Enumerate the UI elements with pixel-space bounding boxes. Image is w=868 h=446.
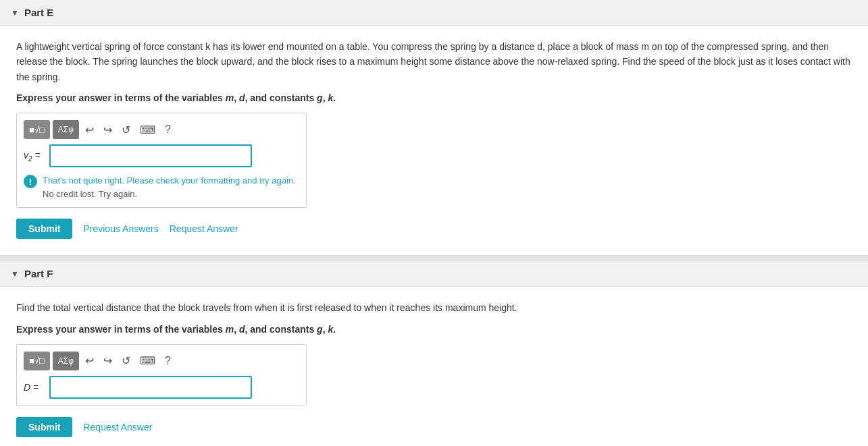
- redo-button-f[interactable]: ↪: [100, 353, 116, 368]
- part-e-submit-button[interactable]: Submit: [16, 219, 72, 239]
- part-e-error-main: That's not quite right. Please check you…: [43, 175, 296, 186]
- error-icon: !: [24, 175, 37, 188]
- part-e-action-row: Submit Previous Answers Request Answer: [16, 219, 852, 239]
- part-e-express-text: Express your answer in terms of the vari…: [16, 92, 852, 103]
- part-f-math-label: D =: [24, 382, 44, 393]
- greek-button-f[interactable]: ΑΣφ: [53, 352, 79, 370]
- part-f-header[interactable]: ▼ Part F: [0, 261, 868, 287]
- keyboard-button-f[interactable]: ⌨: [136, 353, 159, 368]
- part-f-action-row: Submit Request Answer: [16, 417, 852, 437]
- formula-button-f[interactable]: ■√□: [24, 352, 50, 370]
- section-separator: [0, 256, 868, 261]
- reload-button[interactable]: ↺: [118, 122, 134, 138]
- part-e-math-label: v2 =: [24, 150, 44, 163]
- part-f-math-input[interactable]: [49, 376, 252, 399]
- part-e-error-box: ! That's not quite right. Please check y…: [24, 174, 299, 200]
- part-f-title: Part F: [24, 268, 53, 279]
- undo-button-f[interactable]: ↩: [82, 353, 97, 368]
- part-e-toolbar: ■√□ ΑΣφ ↩ ↪ ↺ ⌨ ?: [24, 120, 299, 139]
- part-f-problem-text: Find the total vertical distance that th…: [16, 300, 852, 315]
- reload-button-f[interactable]: ↺: [118, 353, 134, 368]
- part-e-problem-text: A lightweight vertical spring of force c…: [16, 39, 852, 84]
- part-e-header[interactable]: ▼ Part E: [0, 0, 868, 26]
- part-f-body: Find the total vertical distance that th…: [0, 287, 868, 446]
- part-f-section: ▼ Part F Find the total vertical distanc…: [0, 261, 868, 446]
- chevron-down-icon-f: ▼: [11, 269, 19, 279]
- chevron-down-icon: ▼: [11, 8, 19, 18]
- part-f-request-answer-link[interactable]: Request Answer: [83, 422, 152, 433]
- part-f-input-box: ■√□ ΑΣφ ↩ ↪ ↺ ⌨ ? D =: [16, 344, 307, 406]
- keyboard-button[interactable]: ⌨: [136, 122, 159, 138]
- greek-button[interactable]: ΑΣφ: [53, 120, 79, 139]
- part-f-submit-button[interactable]: Submit: [16, 417, 72, 437]
- part-e-previous-answers-link[interactable]: Previous Answers: [83, 223, 158, 234]
- formula-button[interactable]: ■√□: [24, 120, 50, 139]
- part-f-math-row: D =: [24, 376, 299, 399]
- part-e-section: ▼ Part E A lightweight vertical spring o…: [0, 0, 868, 256]
- part-e-math-row: v2 =: [24, 144, 299, 167]
- help-button-f[interactable]: ?: [161, 354, 174, 368]
- undo-button[interactable]: ↩: [82, 122, 97, 138]
- part-e-error-text: That's not quite right. Please check you…: [43, 174, 296, 200]
- part-e-request-answer-link[interactable]: Request Answer: [170, 223, 238, 234]
- part-f-toolbar: ■√□ ΑΣφ ↩ ↪ ↺ ⌨ ?: [24, 352, 299, 370]
- part-f-express-text: Express your answer in terms of the vari…: [16, 324, 852, 335]
- part-e-title: Part E: [24, 7, 53, 18]
- part-e-error-sub: No credit lost. Try again.: [43, 189, 137, 199]
- help-button[interactable]: ?: [161, 122, 174, 137]
- part-e-input-box: ■√□ ΑΣφ ↩ ↪ ↺ ⌨ ? v2 = ! That's not quit…: [16, 113, 307, 208]
- redo-button[interactable]: ↪: [100, 122, 116, 138]
- part-e-body: A lightweight vertical spring of force c…: [0, 26, 868, 255]
- part-e-math-input[interactable]: [49, 144, 252, 167]
